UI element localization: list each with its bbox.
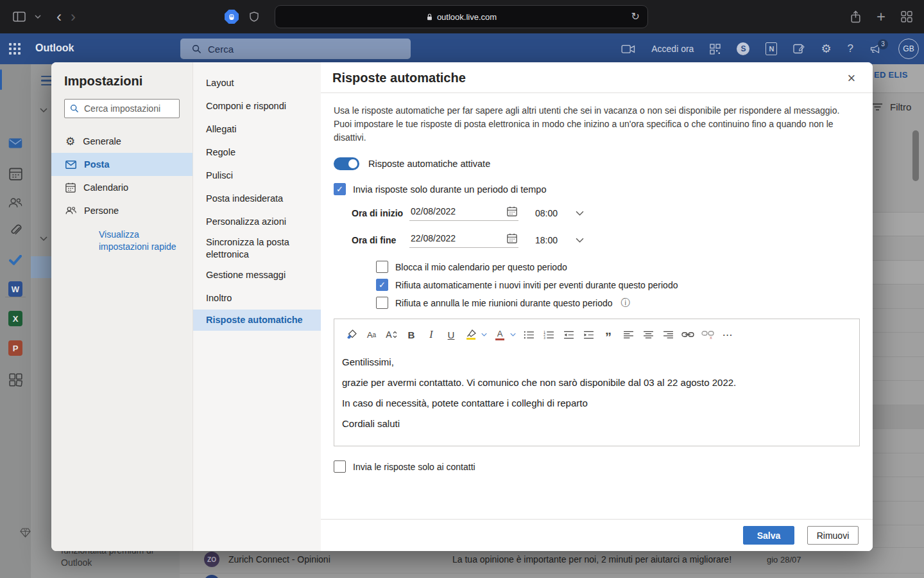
reply-message-editor[interactable]: Aa A B I U A: [334, 319, 860, 446]
account-avatar[interactable]: GB: [898, 39, 919, 59]
info-icon[interactable]: ⓘ: [621, 297, 630, 309]
announcements-icon[interactable]: 3: [869, 44, 882, 54]
decrease-indent-icon[interactable]: [561, 328, 576, 342]
reply-message-body[interactable]: Gentilissimi, grazie per avermi contatta…: [334, 344, 859, 441]
contacts-only-checkbox[interactable]: [334, 460, 346, 473]
underline-icon[interactable]: U: [444, 328, 458, 342]
qr-code-icon[interactable]: [710, 44, 721, 55]
word-rail-icon[interactable]: W: [8, 282, 22, 296]
settings-sections-pane: Layout Componi e rispondi Allegati Regol…: [193, 62, 321, 551]
category-calendario[interactable]: Calendario: [51, 176, 193, 199]
start-time-dropdown[interactable]: 08:00: [535, 208, 584, 218]
start-date-field[interactable]: 02/08/2022: [409, 205, 518, 221]
blockquote-icon[interactable]: ”: [601, 328, 615, 342]
folders-chevron-icon[interactable]: [40, 108, 47, 112]
content-blocker-icon[interactable]: [225, 10, 239, 24]
todo-rail-icon[interactable]: [8, 253, 22, 267]
calendar-rail-icon[interactable]: [8, 166, 22, 180]
header-search-input[interactable]: Cerca: [180, 39, 411, 59]
save-button[interactable]: Salva: [743, 526, 794, 545]
meet-camera-icon[interactable]: [621, 45, 635, 53]
datepicker-icon[interactable]: [507, 206, 517, 216]
mail-rail-icon[interactable]: [8, 136, 22, 150]
people-rail-icon[interactable]: [8, 196, 22, 210]
decline-invites-checkbox[interactable]: ✓: [376, 279, 388, 291]
section-sincronizza-posta[interactable]: Sincronizza la posta elettronica: [193, 233, 321, 263]
numbered-list-icon[interactable]: 123: [542, 328, 556, 342]
skype-icon[interactable]: S: [737, 42, 749, 55]
todo-tasks-icon[interactable]: [793, 43, 805, 55]
font-color-icon[interactable]: A: [493, 328, 507, 342]
attachments-rail-icon[interactable]: [8, 223, 22, 238]
sidebar-toggle-icon[interactable]: [13, 12, 26, 22]
sidebar-chevron-icon[interactable]: [35, 15, 41, 19]
format-painter-icon[interactable]: [345, 328, 359, 342]
settings-gear-icon[interactable]: ⚙: [821, 43, 831, 55]
more-formatting-icon[interactable]: ⋯: [721, 328, 735, 342]
period-checkbox[interactable]: ✓: [334, 183, 346, 195]
powerpoint-rail-icon[interactable]: P: [8, 341, 22, 355]
end-time-dropdown[interactable]: 18:00: [535, 235, 584, 245]
section-posta-indesiderata[interactable]: Posta indesiderata: [193, 187, 321, 210]
settings-search-input[interactable]: Cerca impostazioni: [64, 99, 180, 118]
end-date-field[interactable]: 22/08/2022: [409, 232, 518, 248]
notification-count-badge: 3: [878, 39, 888, 49]
increase-indent-icon[interactable]: [581, 328, 595, 342]
datepicker-icon[interactable]: [507, 233, 517, 243]
list-scrollbar-thumb[interactable]: [912, 130, 919, 181]
signin-link[interactable]: Accedi ora: [651, 44, 694, 54]
remove-button[interactable]: Rimuovi: [807, 526, 859, 545]
groups-chevron-icon[interactable]: [40, 236, 47, 241]
panel-description: Usa le risposte automatiche per far sape…: [334, 104, 859, 144]
excel-rail-icon[interactable]: X: [8, 311, 22, 326]
align-left-icon[interactable]: [621, 328, 635, 342]
decline-meetings-checkbox[interactable]: [376, 297, 388, 309]
align-center-icon[interactable]: [641, 328, 655, 342]
help-icon[interactable]: ?: [848, 42, 853, 55]
chevron-down-icon[interactable]: [481, 333, 487, 337]
automatic-replies-toggle[interactable]: [334, 157, 359, 170]
email-list-row[interactable]: ZO Zurich Connect - Opinioni La tua opin…: [180, 551, 924, 573]
message-line: In caso di necessità, potete contattare …: [342, 398, 851, 408]
tab-overview-icon[interactable]: [901, 11, 912, 22]
quick-settings-link[interactable]: Visualizza impostazioni rapide: [99, 229, 184, 253]
address-bar[interactable]: outlook.live.com ↻: [275, 5, 648, 28]
font-name-icon[interactable]: Aa: [364, 328, 379, 342]
section-inoltro[interactable]: Inoltro: [193, 286, 321, 310]
remove-link-icon[interactable]: x: [701, 328, 715, 342]
close-icon[interactable]: ×: [843, 70, 860, 87]
privacy-shield-icon[interactable]: [249, 11, 259, 22]
block-calendar-checkbox[interactable]: [376, 261, 388, 273]
section-pulisci[interactable]: Pulisci: [193, 164, 321, 187]
app-launcher-icon[interactable]: [9, 43, 21, 55]
back-button[interactable]: ‹: [56, 9, 62, 24]
forward-button[interactable]: ›: [71, 9, 76, 24]
more-apps-rail-icon[interactable]: [8, 372, 22, 387]
mail-icon: [65, 161, 76, 169]
chevron-down-icon[interactable]: [510, 333, 516, 337]
insert-link-icon[interactable]: [681, 328, 695, 342]
highlight-color-icon[interactable]: [464, 328, 478, 342]
category-posta[interactable]: Posta: [51, 153, 193, 176]
section-componi-e-rispondi[interactable]: Componi e rispondi: [193, 94, 321, 118]
share-icon[interactable]: [850, 10, 861, 23]
bullet-list-icon[interactable]: [522, 328, 536, 342]
bold-icon[interactable]: B: [404, 328, 418, 342]
category-persone[interactable]: Persone: [51, 199, 193, 222]
section-regole[interactable]: Regole: [193, 141, 321, 164]
section-personalizza-azioni[interactable]: Personalizza azioni: [193, 210, 321, 233]
gear-icon: ⚙: [65, 136, 75, 147]
dialog-footer: Salva Rimuovi: [321, 519, 873, 551]
filter-button[interactable]: Filtro: [873, 101, 911, 112]
reload-icon[interactable]: ↻: [631, 10, 640, 22]
section-gestione-messaggi[interactable]: Gestione messaggi: [193, 263, 321, 286]
section-allegati[interactable]: Allegati: [193, 118, 321, 141]
category-generale[interactable]: ⚙ Generale: [51, 130, 193, 153]
new-tab-icon[interactable]: +: [877, 8, 886, 26]
section-risposte-automatiche[interactable]: Risposte automatiche: [193, 310, 321, 331]
section-layout[interactable]: Layout: [193, 71, 321, 94]
italic-icon[interactable]: I: [424, 328, 438, 342]
onenote-icon[interactable]: N: [766, 42, 777, 55]
align-right-icon[interactable]: [661, 328, 675, 342]
font-size-icon[interactable]: A: [384, 328, 398, 342]
